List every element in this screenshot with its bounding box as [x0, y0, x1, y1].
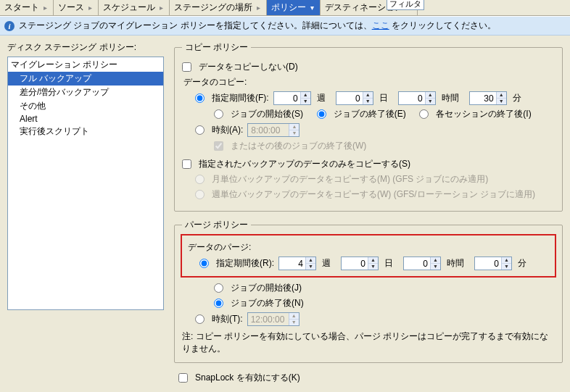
copy-days-stepper[interactable]: ▲▼ — [336, 91, 373, 105]
unit-min: 分 — [513, 92, 521, 104]
monthly-backup-radio — [195, 175, 205, 184]
copy-after-job-start-label[interactable]: ジョブの開始後(S) — [231, 108, 303, 120]
snaplock-checkbox[interactable] — [178, 373, 188, 383]
purge-at-time-label[interactable]: 時刻(T): — [212, 313, 243, 325]
chevron-right-icon: ▸ — [44, 4, 47, 12]
filter-overlay: フィルタ — [387, 0, 424, 10]
only-specified-backup-checkbox[interactable] — [182, 159, 191, 169]
dont-copy-label[interactable]: データをコピーしない(D) — [199, 61, 298, 73]
purge-after-period-label[interactable]: 指定期間後(R): — [216, 257, 274, 270]
info-bar: i ステージング ジョブのマイグレーション ポリシーを指定してください。詳細につ… — [0, 16, 570, 36]
data-copy-label: データのコピー: — [183, 76, 555, 88]
snaplock-label[interactable]: SnapLock を有効にする(K) — [195, 372, 300, 384]
list-item[interactable]: その他 — [8, 99, 163, 113]
purge-after-job-end-radio[interactable] — [214, 299, 223, 308]
unit-day: 日 — [384, 257, 393, 270]
purge-highlight-box: データのパージ: 指定期間後(R): ▲▼ 週 ▲▼ 日 ▲▼ 時間 ▲▼ 分 — [181, 234, 556, 278]
copy-hours-stepper[interactable]: ▲▼ — [398, 91, 436, 105]
copy-time-field[interactable]: ▲▼ — [247, 123, 300, 137]
dont-copy-checkbox[interactable] — [182, 62, 191, 72]
copy-after-session-end-radio[interactable] — [419, 109, 429, 119]
copy-after-job-start-radio[interactable] — [214, 109, 223, 119]
purge-after-job-start-radio[interactable] — [214, 283, 223, 293]
copy-mins-stepper[interactable]: ▲▼ — [469, 91, 507, 105]
unit-min: 分 — [518, 257, 526, 270]
tab-bar: スタート▸ ソース▸ スケジュール▸ ステージングの場所▸ ポリシー▾ デスティ… — [0, 0, 570, 16]
tab-policy[interactable]: ポリシー▾ — [267, 0, 321, 15]
chevron-down-icon: ▾ — [310, 4, 314, 12]
copy-policy-legend: コピー ポリシー — [182, 41, 251, 54]
purge-mins-stepper[interactable]: ▲▼ — [474, 257, 512, 270]
unit-hour: 時間 — [447, 257, 464, 270]
copy-after-period-label[interactable]: 指定期間後(F): — [212, 92, 269, 104]
copy-after-period-radio[interactable] — [195, 93, 205, 103]
purge-after-job-end-label[interactable]: ジョブの終了後(N) — [231, 297, 304, 309]
or-after-job-end-checkbox — [214, 141, 223, 151]
purge-note: 注: コピー ポリシーを有効にしている場合、パージ ポリシーはコピーが完了するま… — [182, 330, 555, 355]
copy-after-job-end-label[interactable]: ジョブの終了後(E) — [334, 108, 406, 120]
policy-listbox[interactable]: マイグレーション ポリシー フル バックアップ 差分/増分バックアップ その他 … — [7, 57, 164, 310]
tab-source[interactable]: ソース▸ — [54, 0, 99, 15]
purge-after-period-radio[interactable] — [199, 259, 209, 268]
copy-after-session-end-label[interactable]: 各セッションの終了後(I) — [436, 108, 531, 120]
list-item[interactable]: マイグレーション ポリシー — [8, 58, 163, 72]
copy-policy-group: コピー ポリシー データをコピーしない(D) データのコピー: 指定期間後(F)… — [174, 41, 563, 212]
chevron-right-icon: ▸ — [88, 4, 92, 12]
purge-at-time-radio[interactable] — [195, 314, 205, 324]
weekly-backup-radio — [195, 190, 205, 199]
purge-days-stepper[interactable]: ▲▼ — [341, 257, 379, 270]
unit-day: 日 — [379, 92, 388, 104]
unit-hour: 時間 — [442, 92, 459, 104]
data-purge-label: データのパージ: — [188, 241, 550, 254]
purge-hours-stepper[interactable]: ▲▼ — [403, 257, 441, 270]
monthly-backup-label: 月単位バックアップのデータをコピーする(M) (GFS ジョブにのみ適用) — [212, 173, 488, 185]
info-link[interactable]: ここ — [372, 20, 389, 30]
tab-staging[interactable]: ステージングの場所▸ — [170, 0, 267, 15]
purge-time-field[interactable]: ▲▼ — [247, 312, 300, 326]
weekly-backup-label: 週単位バックアップのデータをコピーする(W) (GFS/ローテーション ジョブに… — [212, 188, 535, 201]
copy-weeks-stepper[interactable]: ▲▼ — [273, 91, 311, 105]
only-specified-backup-label[interactable]: 指定されたバックアップのデータのみをコピーする(S) — [199, 158, 410, 170]
copy-at-time-label[interactable]: 時刻(A): — [212, 124, 243, 136]
list-item[interactable]: 実行後スクリプト — [8, 125, 163, 138]
purge-policy-group: パージ ポリシー データのパージ: 指定期間後(R): ▲▼ 週 ▲▼ 日 ▲▼… — [174, 219, 563, 363]
unit-week: 週 — [322, 257, 331, 270]
policy-list-title: ディスク ステージング ポリシー: — [7, 41, 164, 54]
copy-after-job-end-radio[interactable] — [317, 109, 326, 119]
purge-weeks-stepper[interactable]: ▲▼ — [278, 257, 316, 270]
purge-policy-legend: パージ ポリシー — [182, 219, 251, 231]
info-icon: i — [4, 21, 15, 31]
tab-schedule[interactable]: スケジュール▸ — [99, 0, 170, 15]
chevron-right-icon: ▸ — [257, 4, 260, 12]
or-after-job-end-label: またはその後のジョブの終了後(W) — [231, 140, 366, 152]
unit-week: 週 — [317, 92, 326, 104]
tab-start[interactable]: スタート▸ — [0, 0, 54, 15]
list-item[interactable]: 差分/増分バックアップ — [8, 86, 163, 99]
chevron-right-icon: ▸ — [160, 4, 163, 12]
copy-at-time-radio[interactable] — [195, 125, 205, 135]
tab-destination[interactable]: デスティネーション▸ フィルタ — [321, 0, 418, 15]
purge-after-job-start-label[interactable]: ジョブの開始後(J) — [231, 282, 302, 294]
list-item[interactable]: フル バックアップ — [8, 72, 163, 86]
info-text: ステージング ジョブのマイグレーション ポリシーを指定してください。詳細について… — [19, 20, 496, 32]
list-item[interactable]: Alert — [8, 113, 163, 125]
